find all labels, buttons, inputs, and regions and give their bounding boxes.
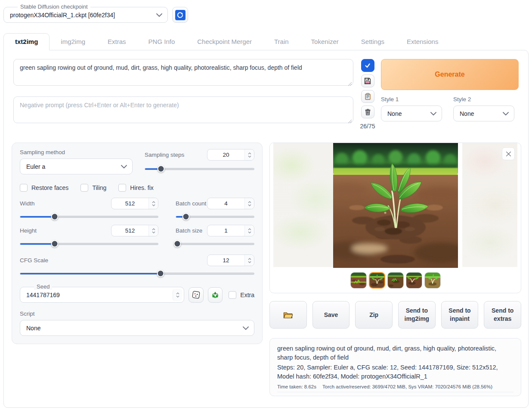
- batch-count-input[interactable]: 4: [207, 198, 254, 209]
- batch-count-slider[interactable]: [176, 213, 254, 220]
- number-spinner[interactable]: [244, 225, 254, 236]
- save-button[interactable]: Save: [312, 301, 350, 329]
- number-spinner[interactable]: [173, 289, 182, 301]
- tiling-checkbox[interactable]: [80, 184, 88, 192]
- number-spinner[interactable]: [244, 198, 254, 209]
- refresh-checkpoints-button[interactable]: [172, 7, 188, 23]
- tab-settings[interactable]: Settings: [350, 34, 396, 50]
- cfg-scale-label: CFG Scale: [20, 257, 48, 264]
- tab-train[interactable]: Train: [263, 34, 300, 50]
- time-taken-text: Time taken: 8.62s: [277, 384, 316, 389]
- check-icon: [365, 62, 371, 68]
- number-spinner[interactable]: [148, 198, 158, 209]
- send-to-img2img-button[interactable]: Send to img2img: [398, 301, 436, 329]
- gallery-adjacent-preview[interactable]: [462, 143, 517, 267]
- sampling-method-label: Sampling method: [20, 149, 133, 155]
- sampling-steps-input[interactable]: 20: [207, 149, 254, 161]
- tab-png-info[interactable]: PNG Info: [137, 34, 186, 50]
- batch-size-input[interactable]: 1: [207, 225, 254, 236]
- recycle-icon: [211, 291, 220, 299]
- txt2img-panel: green sapling rowing out of ground, mud,…: [3, 50, 529, 408]
- batch-count-label: Batch count: [176, 200, 206, 207]
- thumbnail-2-selected[interactable]: [369, 272, 385, 289]
- batch-size-slider[interactable]: [176, 240, 254, 248]
- extra-seed-checkbox[interactable]: [229, 291, 236, 299]
- prompt-column: green sapling rowing out of ground, mud,…: [13, 59, 353, 130]
- hires-fix-checkbox[interactable]: [118, 184, 126, 192]
- height-slider[interactable]: [20, 240, 158, 248]
- close-icon: [506, 151, 511, 157]
- slider-thumb[interactable]: [173, 240, 181, 248]
- save-style-button[interactable]: [361, 75, 374, 87]
- thumbnail-5[interactable]: [424, 272, 441, 289]
- checkpoint-dropdown[interactable]: Stable Diffusion checkpoint protogenX34O…: [3, 7, 168, 23]
- width-slider[interactable]: [20, 213, 158, 220]
- gallery-adjacent-preview[interactable]: [273, 143, 334, 267]
- chevron-down-icon: [503, 112, 509, 115]
- slider-thumb[interactable]: [182, 213, 189, 220]
- script-label: Script: [20, 310, 254, 317]
- negative-prompt-input[interactable]: [13, 96, 353, 123]
- random-seed-button[interactable]: [189, 287, 203, 303]
- style2-label: Style 2: [453, 96, 514, 102]
- reuse-seed-button[interactable]: [208, 287, 223, 303]
- prompt-input[interactable]: green sapling rowing out of ground, mud,…: [13, 59, 353, 86]
- floppy-disk-icon: [364, 78, 371, 84]
- tab-extras[interactable]: Extras: [96, 34, 137, 50]
- slider-thumb[interactable]: [157, 270, 164, 277]
- send-to-inpaint-button[interactable]: Send to inpaint: [441, 301, 479, 329]
- apply-style-button[interactable]: [361, 59, 374, 72]
- stable-diffusion-webui: Stable Diffusion checkpoint protogenX34O…: [0, 0, 532, 416]
- sampling-method-dropdown[interactable]: Euler a: [20, 158, 133, 174]
- tiling-option: Tiling: [80, 184, 106, 192]
- style1-dropdown[interactable]: None: [381, 106, 442, 121]
- tab-extensions[interactable]: Extensions: [396, 34, 449, 50]
- tab-img2img[interactable]: img2img: [49, 34, 96, 50]
- hires-fix-option: Hires. fix: [118, 184, 153, 192]
- batch-size-label: Batch size: [176, 227, 202, 234]
- prompt-tools-column: 26/75: [360, 59, 375, 130]
- sampling-steps-slider[interactable]: [145, 165, 254, 173]
- generated-image[interactable]: [333, 143, 458, 268]
- style1-label: Style 1: [381, 96, 442, 102]
- folder-icon: [283, 311, 293, 319]
- slider-thumb[interactable]: [51, 240, 58, 248]
- close-gallery-button[interactable]: [502, 147, 515, 160]
- slider-thumb[interactable]: [51, 213, 58, 220]
- number-spinner[interactable]: [148, 225, 158, 236]
- clipboard-icon: [365, 93, 371, 100]
- chevron-down-icon: [243, 326, 249, 330]
- slider-thumb[interactable]: [158, 165, 165, 173]
- thumbnail-3[interactable]: [387, 272, 404, 289]
- generation-info-box: green sapling rowing out of ground, mud,…: [269, 338, 521, 396]
- trash-icon: [365, 109, 371, 115]
- restore-faces-checkbox[interactable]: [20, 184, 28, 192]
- checkpoint-row: Stable Diffusion checkpoint protogenX34O…: [0, 0, 532, 31]
- tab-checkpoint-merger[interactable]: Checkpoint Merger: [186, 34, 263, 50]
- cfg-scale-input[interactable]: 12: [207, 255, 254, 266]
- tab-tokenizer[interactable]: Tokenizer: [300, 34, 350, 50]
- width-input[interactable]: 512: [111, 198, 158, 209]
- generate-button[interactable]: Generate: [381, 59, 519, 90]
- clear-prompt-button[interactable]: [361, 106, 374, 118]
- send-to-extras-button[interactable]: Send to extras: [484, 301, 521, 329]
- checkpoint-value: protogenX34OfficialR_1.ckpt [60fe2f34]: [10, 12, 156, 19]
- number-spinner[interactable]: [244, 149, 254, 160]
- paste-button[interactable]: [361, 90, 374, 103]
- tab-txt2img[interactable]: txt2img: [3, 33, 49, 50]
- thumbnail-4[interactable]: [406, 272, 422, 289]
- open-folder-button[interactable]: [269, 301, 307, 329]
- script-dropdown[interactable]: None: [20, 320, 254, 336]
- zip-button[interactable]: Zip: [355, 301, 393, 329]
- checkpoint-label: Stable Diffusion checkpoint: [18, 3, 90, 10]
- height-input[interactable]: 512: [111, 225, 158, 236]
- cfg-scale-slider[interactable]: [20, 270, 254, 277]
- thumbnail-1[interactable]: [350, 272, 367, 289]
- dice-icon: [192, 291, 200, 299]
- height-label: Height: [20, 227, 37, 234]
- width-label: Width: [20, 200, 35, 207]
- style2-dropdown[interactable]: None: [453, 106, 514, 121]
- vram-stats-text: Torch active/reserved: 3699/4702 MiB, Sy…: [322, 384, 492, 389]
- seed-input[interactable]: Seed 1441787169: [20, 287, 184, 303]
- number-spinner[interactable]: [244, 255, 254, 266]
